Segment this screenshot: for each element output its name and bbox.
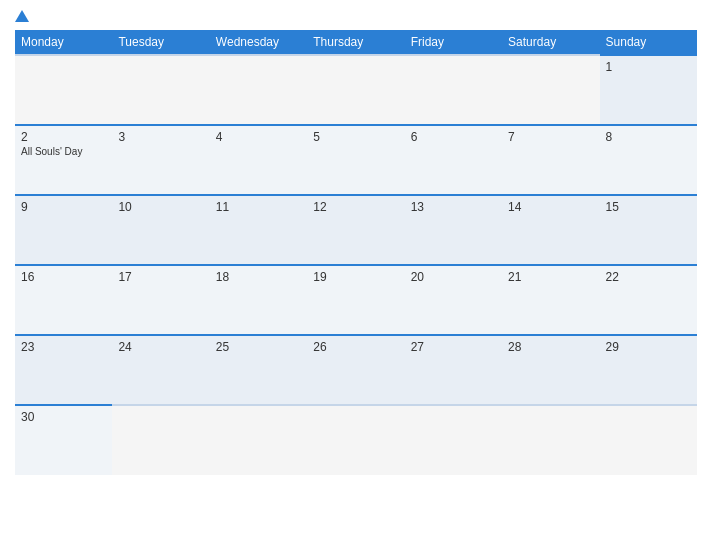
calendar-cell: 25	[210, 335, 307, 405]
day-number: 17	[118, 270, 131, 284]
day-number: 15	[606, 200, 619, 214]
calendar-header: MondayTuesdayWednesdayThursdayFridaySatu…	[15, 30, 697, 55]
calendar-cell: 28	[502, 335, 599, 405]
calendar-cell: 30	[15, 405, 112, 475]
calendar-cell: 14	[502, 195, 599, 265]
calendar-cell: 24	[112, 335, 209, 405]
day-number: 29	[606, 340, 619, 354]
day-number: 11	[216, 200, 229, 214]
calendar-week-row: 2All Souls' Day345678	[15, 125, 697, 195]
calendar-week-row: 9101112131415	[15, 195, 697, 265]
calendar-body: 12All Souls' Day345678910111213141516171…	[15, 55, 697, 475]
calendar-cell	[502, 405, 599, 475]
calendar-cell	[502, 55, 599, 125]
calendar-cell: 29	[600, 335, 697, 405]
day-number: 25	[216, 340, 229, 354]
weekday-header-friday: Friday	[405, 30, 502, 55]
weekday-header-row: MondayTuesdayWednesdayThursdayFridaySatu…	[15, 30, 697, 55]
calendar-cell: 6	[405, 125, 502, 195]
calendar-cell: 11	[210, 195, 307, 265]
weekday-header-wednesday: Wednesday	[210, 30, 307, 55]
day-number: 24	[118, 340, 131, 354]
calendar-cell: 1	[600, 55, 697, 125]
calendar-cell	[307, 55, 404, 125]
day-number: 4	[216, 130, 223, 144]
day-number: 19	[313, 270, 326, 284]
weekday-header-monday: Monday	[15, 30, 112, 55]
day-number: 1	[606, 60, 613, 74]
day-number: 30	[21, 410, 34, 424]
day-number: 6	[411, 130, 418, 144]
day-number: 13	[411, 200, 424, 214]
logo	[15, 10, 31, 22]
day-number: 12	[313, 200, 326, 214]
calendar-cell: 19	[307, 265, 404, 335]
calendar-table: MondayTuesdayWednesdayThursdayFridaySatu…	[15, 30, 697, 475]
calendar-cell: 2All Souls' Day	[15, 125, 112, 195]
calendar-cell: 15	[600, 195, 697, 265]
day-number: 14	[508, 200, 521, 214]
weekday-header-sunday: Sunday	[600, 30, 697, 55]
day-number: 9	[21, 200, 28, 214]
calendar-week-row: 30	[15, 405, 697, 475]
day-number: 16	[21, 270, 34, 284]
day-number: 20	[411, 270, 424, 284]
calendar-cell: 21	[502, 265, 599, 335]
calendar-cell	[600, 405, 697, 475]
calendar-week-row: 23242526272829	[15, 335, 697, 405]
calendar-cell	[405, 55, 502, 125]
calendar-cell: 17	[112, 265, 209, 335]
day-number: 5	[313, 130, 320, 144]
calendar-cell: 23	[15, 335, 112, 405]
calendar-cell	[210, 405, 307, 475]
weekday-header-tuesday: Tuesday	[112, 30, 209, 55]
calendar-cell	[112, 405, 209, 475]
day-number: 3	[118, 130, 125, 144]
calendar-cell: 7	[502, 125, 599, 195]
calendar-cell: 16	[15, 265, 112, 335]
day-number: 23	[21, 340, 34, 354]
calendar-page: MondayTuesdayWednesdayThursdayFridaySatu…	[0, 0, 712, 550]
calendar-cell	[112, 55, 209, 125]
day-number: 26	[313, 340, 326, 354]
calendar-cell: 20	[405, 265, 502, 335]
calendar-cell	[210, 55, 307, 125]
calendar-cell: 13	[405, 195, 502, 265]
day-number: 10	[118, 200, 131, 214]
day-number: 18	[216, 270, 229, 284]
day-number: 22	[606, 270, 619, 284]
weekday-header-thursday: Thursday	[307, 30, 404, 55]
day-number: 21	[508, 270, 521, 284]
calendar-cell	[405, 405, 502, 475]
logo-blue-text	[15, 10, 31, 22]
calendar-week-row: 16171819202122	[15, 265, 697, 335]
calendar-cell: 10	[112, 195, 209, 265]
calendar-week-row: 1	[15, 55, 697, 125]
day-number: 28	[508, 340, 521, 354]
calendar-cell: 27	[405, 335, 502, 405]
calendar-cell: 18	[210, 265, 307, 335]
calendar-event: All Souls' Day	[21, 146, 106, 157]
day-number: 27	[411, 340, 424, 354]
calendar-cell: 22	[600, 265, 697, 335]
calendar-cell: 3	[112, 125, 209, 195]
logo-triangle-icon	[15, 10, 29, 22]
calendar-cell: 8	[600, 125, 697, 195]
weekday-header-saturday: Saturday	[502, 30, 599, 55]
day-number: 7	[508, 130, 515, 144]
calendar-cell: 26	[307, 335, 404, 405]
calendar-cell: 12	[307, 195, 404, 265]
calendar-cell: 5	[307, 125, 404, 195]
header	[15, 10, 697, 22]
calendar-cell: 9	[15, 195, 112, 265]
day-number: 8	[606, 130, 613, 144]
day-number: 2	[21, 130, 28, 144]
calendar-cell	[15, 55, 112, 125]
calendar-cell	[307, 405, 404, 475]
calendar-cell: 4	[210, 125, 307, 195]
